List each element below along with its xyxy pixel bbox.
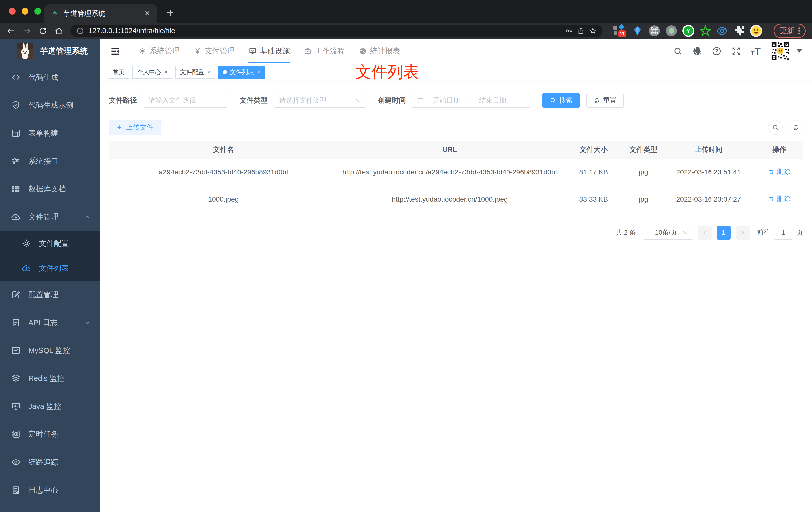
password-key-icon[interactable] [565,27,573,35]
menu-item-system[interactable]: 系统管理 [132,39,186,63]
tab-title: 芋道管理系统 [63,9,140,19]
cell-upload-time: 2022-03-16 23:07:27 [662,186,756,213]
tag-profile[interactable]: 个人中心 × [133,65,172,79]
header-file-name: 文件名 [109,141,338,158]
refresh-table-button[interactable] [788,120,803,134]
font-size-icon[interactable]: TT [751,46,761,56]
table-row: a294ecb2-73dd-4353-bf40-296b8931d0bf htt… [109,158,803,186]
delete-button[interactable]: 删除 [768,193,790,204]
layers-icon [11,373,21,383]
extension-puzzle-icon[interactable] [733,25,745,37]
browser-tab[interactable]: 芋道管理系统 ✕ [45,4,157,23]
extension-command-icon[interactable] [648,25,660,37]
new-tab-button[interactable]: + [167,5,174,20]
tag-close-icon[interactable]: × [257,68,260,76]
sidebar-item-file-list[interactable]: 文件列表 [0,256,100,281]
sidebar-item-redis-monitor[interactable]: Redis 监控 [0,364,100,392]
next-page-button[interactable] [736,225,750,240]
menu-item-infrastructure[interactable]: 基础设施 [242,39,297,63]
cell-file-type: jpg [626,158,661,186]
share-icon[interactable] [577,27,585,35]
help-icon[interactable] [712,47,722,56]
url-text[interactable]: 127.0.0.1:1024/infra/file/file [88,27,561,35]
prev-page-button[interactable] [698,225,712,240]
file-type-select[interactable]: 请选择文件类型 [273,93,366,108]
extension-emoji-icon[interactable] [750,25,762,37]
tag-home[interactable]: 首页 [108,65,129,79]
reload-icon[interactable] [38,26,48,35]
calendar-icon [417,97,425,104]
sidebar-item-db-doc[interactable]: 数据库文档 [0,175,100,203]
toggle-search-button[interactable] [768,120,783,134]
sidebar-item-scheduled-tasks[interactable]: 定时任务 [0,420,100,448]
menu-item-workflow[interactable]: 工作流程 [297,39,352,63]
forward-icon[interactable] [23,26,31,35]
file-table: 文件名 URL 文件大小 文件类型 上传时间 操作 a294ecb2-73dd-… [109,141,803,213]
header-url: URL [338,141,561,158]
browser-menu-kebab-icon[interactable] [798,27,800,34]
avatar-qr-image[interactable] [771,41,790,61]
back-icon[interactable] [6,26,16,35]
menu-item-reports[interactable]: 统计报表 [352,39,407,63]
extension-badge: 11 [618,30,626,37]
tag-file-config[interactable]: 文件配置 × [175,65,215,79]
reset-button[interactable]: 重置 [586,93,624,108]
bookmark-star-icon[interactable] [589,27,597,35]
home-icon[interactable] [54,26,63,35]
end-date-input[interactable] [475,97,510,104]
extension-eye-icon[interactable] [716,25,728,37]
browser-toolbar: 127.0.0.1:1024/infra/file/file 11 Y 更新 [0,23,812,39]
sidebar-item-file-config[interactable]: 文件配置 [0,231,100,256]
chevron-right-icon [740,230,746,236]
sidebar-item-mysql-monitor[interactable]: MySQL 监控 [0,336,100,364]
sidebar-item-system-api[interactable]: 系统接口 [0,147,100,175]
sidebar-item-code-demo[interactable]: 代码生成示例 [0,91,100,119]
search-button[interactable]: 搜索 [543,93,580,108]
extension-dot-icon[interactable] [665,25,677,37]
delete-button[interactable]: 删除 [768,166,790,177]
sidebar-fold-icon[interactable] [110,46,121,57]
menu-item-payment[interactable]: 支付管理 [186,39,242,63]
briefcase-icon [304,47,312,55]
tag-close-icon[interactable]: × [164,68,168,76]
app-logo[interactable]: 芋道管理系统 [0,39,100,63]
extension-fragments-icon[interactable]: 11 [613,24,627,38]
github-icon[interactable] [693,47,702,56]
tab-close-icon[interactable]: ✕ [144,9,150,18]
window-minimize-button[interactable] [22,8,28,15]
tag-file-list[interactable]: 文件列表 × [218,65,265,79]
window-zoom-button[interactable] [34,8,41,15]
sidebar-item-api-log[interactable]: API 日志 [0,309,100,336]
goto-page-input[interactable] [774,225,793,240]
sidebar-item-config-management[interactable]: 配置管理 [0,281,100,309]
fullscreen-icon[interactable] [731,47,741,56]
sidebar-item-file-management[interactable]: 文件管理 [0,203,100,231]
extension-y-icon[interactable]: Y [682,25,694,37]
url-bar[interactable]: 127.0.0.1:1024/infra/file/file [70,25,603,37]
sidebar-item-code-generation[interactable]: 代码生成 [0,63,100,91]
file-path-input[interactable] [143,93,228,108]
browser-update-button[interactable]: 更新 [774,24,806,38]
sidebar-item-log-center[interactable]: 日志中心 [0,476,100,504]
extension-star-icon[interactable] [699,25,711,37]
upload-file-button[interactable]: 上传文件 [109,120,161,135]
date-range-picker[interactable]: - [412,93,531,108]
sidebar-item-java-monitor[interactable]: Java 监控 [0,392,100,420]
sidebar-nav: 代码生成 代码生成示例 表单构建 系统接口 数据库文档 文件管理 [0,63,100,504]
search-icon[interactable] [673,47,683,56]
page-number-button[interactable]: 1 [717,225,731,240]
window-close-button[interactable] [9,8,16,15]
eye-icon [11,457,21,467]
table-header-row: 文件名 URL 文件大小 文件类型 上传时间 操作 [109,141,803,158]
site-info-icon[interactable] [76,27,84,35]
sidebar-item-form-builder[interactable]: 表单构建 [0,119,100,147]
extension-gem-icon[interactable] [632,25,643,37]
database-grid-icon [11,184,21,194]
start-date-input[interactable] [429,97,464,104]
page-size-select[interactable]: 10条/页 [643,225,693,240]
sidebar-item-trace[interactable]: 链路追踪 [0,448,100,476]
refresh-icon [593,97,600,104]
avatar-caret-icon[interactable] [796,49,802,53]
pie-chart-icon [359,47,367,55]
tag-close-icon[interactable]: × [207,68,210,76]
